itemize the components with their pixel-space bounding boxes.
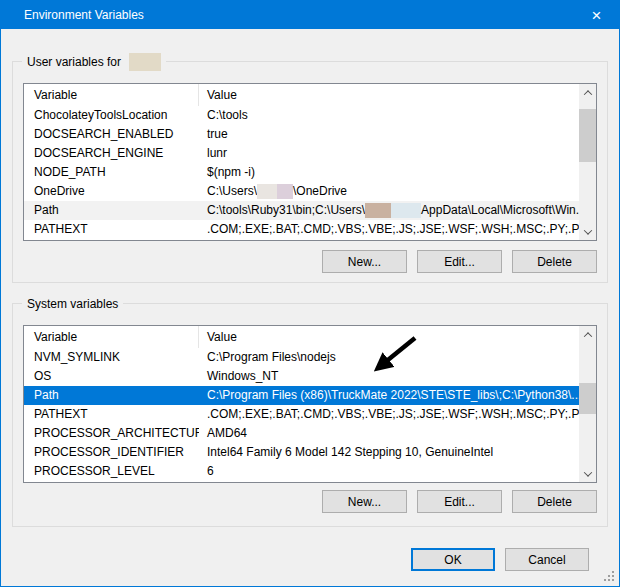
variable-value-cell: lunr — [199, 144, 579, 163]
variable-value-cell: .COM;.EXE;.BAT;.CMD;.VBS;.VBE;.JS;.JSE;.… — [199, 405, 579, 424]
variable-name-cell: PROCESSOR_IDENTIFIER — [24, 443, 199, 462]
variable-row-ChocolateyToolsLocation[interactable]: ChocolateyToolsLocationC:\tools — [24, 106, 579, 125]
variable-value-cell: C:\Users\\OneDrive — [199, 182, 579, 201]
variable-value-cell: true — [199, 125, 579, 144]
scroll-down-icon[interactable] — [579, 465, 596, 482]
variable-value-cell: Intel64 Family 6 Model 142 Stepping 10, … — [199, 443, 579, 462]
value-redaction — [257, 184, 277, 199]
variable-value-cell: C:\tools\Ruby31\bin;C:\Users\AppData\Loc… — [199, 201, 579, 220]
variable-name-cell: PROCESSOR_ARCHITECTURE — [24, 424, 199, 443]
system-table-scrollbar[interactable] — [579, 326, 596, 482]
variable-row-OS[interactable]: OSWindows_NT — [24, 367, 579, 386]
variable-row-DOCSEARCH_ENABLED[interactable]: DOCSEARCH_ENABLEDtrue — [24, 125, 579, 144]
variable-name-cell: PATHEXT — [24, 405, 199, 424]
user-table-header: Variable Value — [24, 84, 579, 106]
variable-row-OneDrive[interactable]: OneDriveC:\Users\\OneDrive — [24, 182, 579, 201]
system-new-button[interactable]: New... — [322, 490, 407, 513]
user-table-scrollbar[interactable] — [579, 84, 596, 240]
title-bar[interactable]: Environment Variables × — [1, 1, 619, 29]
system-variables-table[interactable]: Variable Value NVM_SYMLINKC:\Program Fil… — [23, 325, 597, 483]
user-new-button[interactable]: New... — [322, 250, 407, 273]
variable-row-Path[interactable]: PathC:\Program Files (x86)\TruckMate 202… — [24, 386, 579, 405]
variable-name-cell: Path — [24, 201, 199, 220]
environment-variables-dialog: Environment Variables × User variables f… — [0, 0, 620, 587]
variable-name-cell: NVM_SYMLINK — [24, 348, 199, 367]
system-delete-button[interactable]: Delete — [512, 490, 597, 513]
variable-value-cell: $(npm -i) — [199, 163, 579, 182]
variable-name-cell: Path — [24, 386, 199, 405]
variable-name-cell: PATHEXT — [24, 220, 199, 239]
value-text: C:\tools\Ruby31\bin;C:\Users\ — [207, 201, 365, 220]
variable-row-Path[interactable]: PathC:\tools\Ruby31\bin;C:\Users\AppData… — [24, 201, 579, 220]
value-redaction — [391, 203, 421, 218]
username-redaction — [129, 53, 161, 71]
variable-row-PROCESSOR_ARCHITECTURE[interactable]: PROCESSOR_ARCHITECTUREAMD64 — [24, 424, 579, 443]
user-variables-group: User variables for Variable Value Chocol… — [12, 61, 608, 283]
variable-name-cell: PROCESSOR_LEVEL — [24, 462, 199, 481]
cancel-button[interactable]: Cancel — [505, 548, 589, 571]
value-text: AppData\Local\Microsoft\Win... — [421, 201, 579, 220]
scrollbar-thumb[interactable] — [579, 109, 596, 162]
value-text: \OneDrive — [293, 182, 347, 201]
column-header-variable[interactable]: Variable — [24, 84, 199, 106]
system-table-rows: NVM_SYMLINKC:\Program Files\nodejsOSWind… — [24, 348, 579, 482]
ok-button[interactable]: OK — [411, 548, 495, 571]
user-table-rows: ChocolateyToolsLocationC:\toolsDOCSEARCH… — [24, 106, 579, 240]
system-table-header: Variable Value — [24, 326, 579, 348]
variable-row-PATHEXT[interactable]: PATHEXT.COM;.EXE;.BAT;.CMD;.VBS;.VBE;.JS… — [24, 405, 579, 424]
variable-row-NVM_SYMLINK[interactable]: NVM_SYMLINKC:\Program Files\nodejs — [24, 348, 579, 367]
variable-value-cell: 6 — [199, 462, 579, 481]
user-group-label-text: User variables for — [27, 55, 121, 69]
scroll-down-icon[interactable] — [579, 223, 596, 240]
variable-row-PROCESSOR_LEVEL[interactable]: PROCESSOR_LEVEL6 — [24, 462, 579, 481]
column-header-value[interactable]: Value — [199, 84, 579, 106]
close-button[interactable]: × — [574, 1, 619, 29]
scrollbar-thumb[interactable] — [579, 383, 596, 414]
variable-name-cell: DOCSEARCH_ENGINE — [24, 144, 199, 163]
column-header-variable[interactable]: Variable — [24, 326, 199, 348]
close-icon: × — [592, 7, 602, 24]
value-text: C:\Users\ — [207, 182, 257, 201]
variable-name-cell: NODE_PATH — [24, 163, 199, 182]
column-header-value[interactable]: Value — [199, 326, 579, 348]
variable-name-cell: DOCSEARCH_ENABLED — [24, 125, 199, 144]
variable-name-cell: ChocolateyToolsLocation — [24, 106, 199, 125]
value-redaction — [365, 203, 391, 218]
variable-value-cell: Windows_NT — [199, 367, 579, 386]
variable-value-cell: C:\tools — [199, 106, 579, 125]
system-group-label: System variables — [22, 295, 123, 313]
system-group-label-text: System variables — [27, 297, 118, 311]
user-delete-button[interactable]: Delete — [512, 250, 597, 273]
variable-value-cell: C:\Program Files (x86)\TruckMate 2022\ST… — [199, 386, 579, 405]
variable-value-cell: .COM;.EXE;.BAT;.CMD;.VBS;.VBE;.JS;.JSE;.… — [199, 220, 579, 239]
scroll-up-icon[interactable] — [579, 326, 596, 343]
variable-value-cell: C:\Program Files\nodejs — [199, 348, 579, 367]
system-variables-group: System variables Variable Value NVM_SYML… — [12, 303, 608, 527]
value-redaction — [277, 184, 293, 199]
user-variables-table[interactable]: Variable Value ChocolateyToolsLocationC:… — [23, 83, 597, 241]
variable-name-cell: OneDrive — [24, 182, 199, 201]
dialog-title: Environment Variables — [1, 8, 144, 22]
scroll-up-icon[interactable] — [579, 84, 596, 101]
variable-row-DOCSEARCH_ENGINE[interactable]: DOCSEARCH_ENGINElunr — [24, 144, 579, 163]
variable-row-PATHEXT[interactable]: PATHEXT.COM;.EXE;.BAT;.CMD;.VBS;.VBE;.JS… — [24, 220, 579, 239]
variable-row-NODE_PATH[interactable]: NODE_PATH$(npm -i) — [24, 163, 579, 182]
user-group-label: User variables for — [22, 53, 166, 71]
variable-value-cell: AMD64 — [199, 424, 579, 443]
variable-row-PROCESSOR_IDENTIFIER[interactable]: PROCESSOR_IDENTIFIERIntel64 Family 6 Mod… — [24, 443, 579, 462]
user-edit-button[interactable]: Edit... — [417, 250, 502, 273]
resize-grip-icon[interactable] — [603, 570, 616, 583]
variable-name-cell: OS — [24, 367, 199, 386]
system-edit-button[interactable]: Edit... — [417, 490, 502, 513]
